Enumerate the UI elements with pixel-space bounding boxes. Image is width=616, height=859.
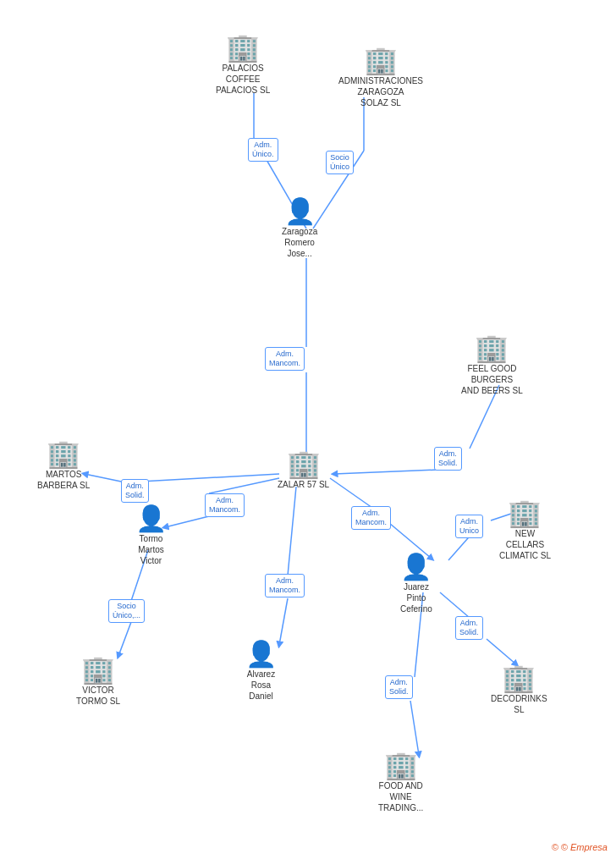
new-cellars-building-icon: 🏢 [508,499,542,526]
food-wine-node: 🏢 FOOD AND WINE TRADING... [378,752,423,813]
victor-tormo-building-icon: 🏢 [81,656,115,683]
decodrinks-node: 🏢 DECODRINKS SL [491,664,547,715]
palacios-label: PALACIOS COFFEE PALACIOS SL [216,63,270,96]
svg-line-9 [165,516,209,527]
food-wine-building-icon: 🏢 [384,752,418,779]
zalar57-label: ZALAR 57 SL [278,479,329,490]
badge-adm-mancom-4: Adm. Mancom. [351,506,391,530]
alvarez-rosa-person-icon: 👤 [245,641,277,667]
decodrinks-building-icon: 🏢 [502,664,536,691]
svg-line-20 [440,592,470,618]
watermark: © © Empresa [552,842,608,852]
feel-good-node: 🏢 FEEL GOOD BURGERS AND BEERS SL [461,334,523,396]
juarez-pinto-label: Juarez Pinto Ceferino [400,581,432,614]
svg-line-21 [487,639,516,664]
feel-good-label: FEEL GOOD BURGERS AND BEERS SL [461,363,523,396]
svg-line-23 [410,701,419,755]
badge-adm-solid-1: Adm. Solid. [121,479,149,503]
zalar57-building-icon: 🏢 [287,450,321,477]
admin-zaragoza-node: 🏢 ADMINISTRACIONES ZARAGOZA SOLAZ SL [338,47,423,108]
connection-lines [0,0,616,859]
badge-adm-solid-4: Adm. Solid. [385,675,413,699]
martos-barbera-label: MARTOS BARBERA SL [37,469,90,491]
decodrinks-label: DECODRINKS SL [491,693,547,715]
zaragoza-romero-node: 👤 Zaragoza Romero Jose... [282,199,317,259]
svg-line-7 [85,474,125,482]
new-cellars-label: NEW CELLARS CLIMATIC SL [499,528,551,561]
badge-adm-unico-1: Adm. Único. [248,138,278,162]
badge-adm-solid-2: Adm. Solid. [434,447,462,471]
palacios-node: 🏢 PALACIOS COFFEE PALACIOS SL [216,34,270,96]
tormo-martos-label: Tormo Martos Victor [138,533,164,566]
martos-barbera-node: 🏢 MARTOS BARBERA SL [37,440,90,491]
zaragoza-romero-label: Zaragoza Romero Jose... [282,226,317,259]
watermark-copyright: © [552,842,558,852]
martos-barbera-building-icon: 🏢 [47,440,80,467]
victor-tormo-node: 🏢 VICTOR TORMO SL [76,656,120,707]
food-wine-label: FOOD AND WINE TRADING... [378,780,423,813]
juarez-pinto-node: 👤 Juarez Pinto Ceferino [400,554,432,614]
diagram: 🏢 PALACIOS COFFEE PALACIOS SL 🏢 ADMINIST… [0,0,616,859]
alvarez-rosa-label: Alvarez Rosa Daniel [247,669,275,702]
badge-adm-solid-3: Adm. Solid. [455,616,483,640]
zaragoza-romero-person-icon: 👤 [284,199,316,224]
svg-line-11 [118,622,131,656]
victor-tormo-label: VICTOR TORMO SL [76,685,120,707]
new-cellars-node: 🏢 NEW CELLARS CLIMATIC SL [499,499,551,561]
palacios-building-icon: 🏢 [226,34,260,61]
badge-adm-unico-2: Adm. Unico [455,515,483,538]
feel-good-building-icon: 🏢 [475,334,509,361]
svg-line-8 [209,478,279,493]
badge-socio-unico-2: Socio Único,... [108,599,145,623]
svg-line-13 [279,598,288,645]
watermark-text: © Empresa [561,842,608,852]
badge-adm-mancom-3: Adm. Mancom. [265,574,305,597]
badge-adm-mancom-1: Adm. Mancom. [265,347,305,371]
alvarez-rosa-node: 👤 Alvarez Rosa Daniel [245,641,277,702]
tormo-martos-person-icon: 👤 [135,506,167,531]
svg-line-16 [330,478,372,508]
juarez-pinto-person-icon: 👤 [400,554,432,580]
admin-zaragoza-building-icon: 🏢 [364,47,398,74]
zalar57-node: 🏢 ZALAR 57 SL [278,450,329,490]
svg-line-15 [334,470,438,474]
badge-socio-unico-1: Socio Único [326,151,354,174]
tormo-martos-node: 👤 Tormo Martos Victor [135,506,167,566]
badge-adm-mancom-2: Adm. Mancom. [205,493,245,517]
svg-line-12 [288,487,296,575]
admin-zaragoza-label: ADMINISTRACIONES ZARAGOZA SOLAZ SL [338,75,423,108]
